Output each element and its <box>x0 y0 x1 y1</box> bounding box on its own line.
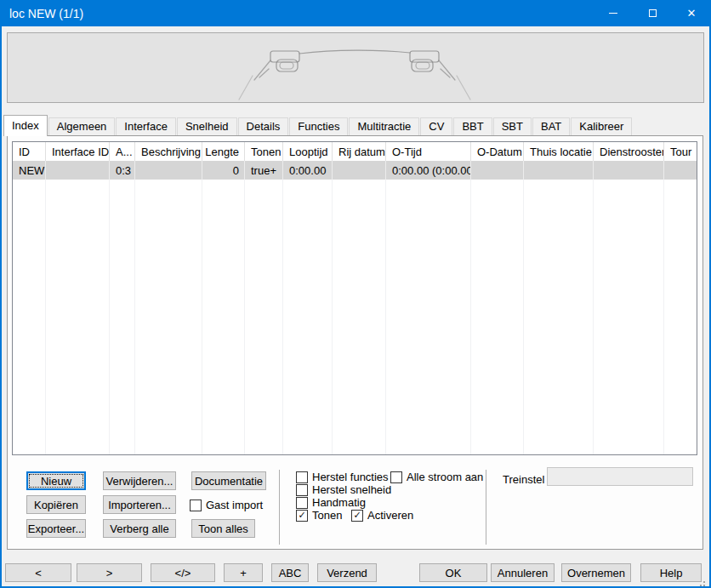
column-header-id[interactable]: ID <box>13 142 46 161</box>
tab-sbt[interactable]: SBT <box>493 117 532 135</box>
overnemen-button[interactable]: Overnemen <box>561 563 631 582</box>
minimize-icon <box>609 13 617 14</box>
tab-bat[interactable]: BAT <box>532 117 570 135</box>
column-header-adres[interactable]: A... <box>110 142 135 161</box>
documentatie-button[interactable]: Documentatie <box>191 471 266 490</box>
caption-buttons: ✕ <box>594 0 711 26</box>
column-guide-dienstrooster <box>594 161 664 454</box>
maximize-icon <box>649 9 657 17</box>
tab-kalibreer[interactable]: Kalibreer <box>571 117 632 135</box>
cell-o-tijd: 0:00.00 (0:00.00) <box>386 161 471 180</box>
title-bar[interactable]: loc NEW (1/1) ✕ <box>0 0 711 26</box>
checkbox-box <box>190 500 202 511</box>
column-guide-o-tijd <box>386 161 471 454</box>
tab-bar: IndexAlgemeenInterfaceSnelheidDetailsFun… <box>3 115 633 135</box>
resize-grip[interactable] <box>703 581 705 583</box>
column-header-tour[interactable]: Tour <box>664 142 697 161</box>
herstel-functies-checkbox[interactable]: Herstel functies <box>296 471 389 483</box>
herstel-snelheid-checkbox[interactable]: Herstel snelheid <box>296 483 391 496</box>
importeren-button[interactable]: Importeren... <box>103 495 176 514</box>
toon-alles-button[interactable]: Toon alles <box>191 519 255 538</box>
column-guide-rij-datum <box>333 161 386 454</box>
loc-table: IDInterface IDA...BeschrijvingLengteTone… <box>12 141 697 455</box>
table-body[interactable]: NEW0:30true+0:00.000:00.00 (0:00.00) <box>13 161 697 454</box>
tonen-checkbox[interactable]: ✓Tonen <box>296 509 342 522</box>
column-header-beschrijving[interactable]: Beschrijving <box>135 142 202 161</box>
table-row[interactable]: NEW0:30true+0:00.000:00.00 (0:00.00) <box>13 161 697 180</box>
cell-lengte: 0 <box>202 161 245 180</box>
tab-details[interactable]: Details <box>238 117 289 135</box>
table-column-guides <box>13 161 697 454</box>
activeren-checkbox[interactable]: ✓Activeren <box>351 509 413 522</box>
column-guide-interface-id <box>46 161 110 454</box>
checkbox-box <box>390 471 402 483</box>
activeren-label: Activeren <box>367 509 413 522</box>
cell-interface-id <box>46 161 110 180</box>
tab-bbt[interactable]: BBT <box>453 117 492 135</box>
verberg-alle-button[interactable]: Verberg alle <box>103 519 176 538</box>
column-header-dienstrooster[interactable]: Dienstrooster <box>594 142 664 161</box>
column-header-o-tijd[interactable]: O-Tijd <box>386 142 471 161</box>
cell-adres: 0:3 <box>110 161 135 180</box>
tab-page-index: IDInterface IDA...BeschrijvingLengteTone… <box>7 135 703 550</box>
ok-button[interactable]: OK <box>419 563 487 582</box>
prev-button[interactable]: < <box>5 563 71 582</box>
column-header-tonen[interactable]: Tonen <box>245 142 283 161</box>
tab-multitractie[interactable]: Multitractie <box>349 117 419 135</box>
cell-tonen: true+ <box>245 161 283 180</box>
verzend-button[interactable]: Verzend <box>317 563 377 582</box>
column-header-rij-datum[interactable]: Rij datum <box>333 142 386 161</box>
herstel-functies-label: Herstel functies <box>312 471 389 483</box>
checkbox-box: ✓ <box>351 510 363 522</box>
minimize-button[interactable] <box>594 0 633 26</box>
close-button[interactable]: ✕ <box>672 0 711 26</box>
column-guide-o-datum <box>471 161 524 454</box>
close-icon: ✕ <box>687 8 697 19</box>
checkbox-box <box>296 484 308 496</box>
checkbox-box <box>296 471 308 483</box>
tab-functies[interactable]: Functies <box>289 117 348 135</box>
table-header-row: IDInterface IDA...BeschrijvingLengteTone… <box>13 142 697 161</box>
kopieren-button[interactable]: Kopiëren <box>26 495 86 514</box>
treinstel-input[interactable] <box>547 467 693 486</box>
checkbox-box <box>296 497 308 509</box>
window-title: loc NEW (1/1) <box>9 7 83 20</box>
tab-cv[interactable]: CV <box>420 117 452 135</box>
herstel-snelheid-label: Herstel snelheid <box>312 483 391 496</box>
gast-import-checkbox[interactable]: Gast import <box>190 499 263 511</box>
tab-interface[interactable]: Interface <box>116 117 176 135</box>
nieuw-button[interactable]: Nieuw <box>26 471 86 490</box>
next-button[interactable]: > <box>77 563 142 582</box>
column-header-thuis-locatie[interactable]: Thuis locatie <box>524 142 594 161</box>
tab-algemeen[interactable]: Algemeen <box>48 117 116 135</box>
tab-snelheid[interactable]: Snelheid <box>177 117 237 135</box>
alle-stroom-aan-label: Alle stroom aan <box>407 471 483 483</box>
column-guide-lengte <box>202 161 245 454</box>
column-guide-tour <box>664 161 697 454</box>
cell-rij-datum <box>333 161 386 180</box>
plus-button[interactable]: + <box>224 563 263 582</box>
annuleren-button[interactable]: Annuleren <box>491 563 555 582</box>
column-header-interface-id[interactable]: Interface ID <box>46 142 110 161</box>
maximize-button[interactable] <box>633 0 672 26</box>
exporteer-button[interactable]: Exporteer... <box>26 519 86 538</box>
column-header-lengte[interactable]: Lengte <box>202 142 245 161</box>
abc-button[interactable]: ABC <box>271 563 309 582</box>
cell-looptijd: 0:00.00 <box>283 161 333 180</box>
cell-dienstrooster <box>594 161 664 180</box>
tab-index[interactable]: Index <box>3 115 48 136</box>
alle-stroom-aan-checkbox[interactable]: Alle stroom aan <box>390 471 483 483</box>
cell-beschrijving <box>135 161 202 180</box>
checkbox-box: ✓ <box>296 510 308 522</box>
separator-vertical-2 <box>486 470 486 545</box>
help-button[interactable]: Help <box>640 563 702 582</box>
handmatig-checkbox[interactable]: Handmatig <box>296 496 366 509</box>
locomotive-sketch <box>8 33 703 102</box>
cell-o-datum <box>471 161 524 180</box>
column-header-o-datum[interactable]: O-Datum <box>471 142 524 161</box>
code-button[interactable]: </> <box>151 563 215 582</box>
verwijderen-button[interactable]: Verwijderen... <box>103 471 176 490</box>
locomotive-image-panel <box>7 32 704 103</box>
handmatig-label: Handmatig <box>312 496 366 509</box>
column-header-looptijd[interactable]: Looptijd <box>283 142 333 161</box>
